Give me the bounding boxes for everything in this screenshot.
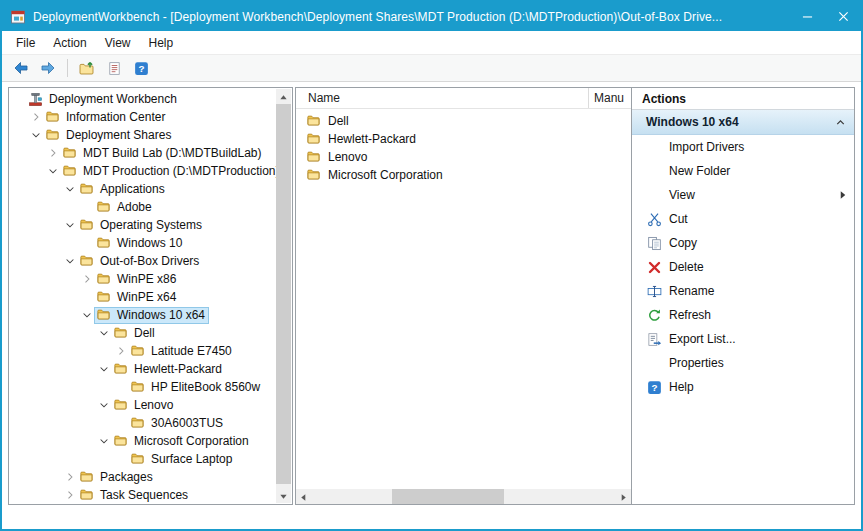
folder-icon — [96, 272, 113, 286]
action-export-list[interactable]: Export List... — [632, 327, 854, 351]
chevron-down-icon[interactable] — [96, 362, 111, 377]
menu-item-action[interactable]: Action — [44, 31, 95, 54]
action-label: Rename — [669, 284, 714, 298]
column-header-manufacturer[interactable]: Manu — [589, 88, 631, 108]
tree-item-core: Deployment Workbench — [26, 91, 181, 108]
tree-item-windows-10-x64[interactable]: Windows 10 x64 — [9, 306, 276, 324]
tree-item-surface-laptop[interactable]: Surface Laptop — [9, 450, 276, 468]
action-properties[interactable]: Properties — [632, 351, 854, 375]
action-delete[interactable]: Delete — [632, 255, 854, 279]
column-header-name[interactable]: Name — [296, 88, 589, 108]
chevron-down-icon[interactable] — [62, 182, 77, 197]
tree-item-label: Adobe — [117, 200, 152, 214]
toolbar-help-button[interactable]: ? — [129, 57, 153, 79]
action-help[interactable]: ?Help — [632, 375, 854, 399]
toolbar-export-list-button[interactable] — [102, 57, 126, 79]
action-new-folder[interactable]: New Folder — [632, 159, 854, 183]
vertical-scrollbar-thumb[interactable] — [276, 104, 291, 484]
tree-item-operating-systems[interactable]: Operating Systems — [9, 216, 276, 234]
chevron-right-icon[interactable] — [79, 272, 94, 287]
action-rename[interactable]: Rename — [632, 279, 854, 303]
chevron-down-icon[interactable] — [96, 398, 111, 413]
folder-icon — [113, 326, 130, 340]
tree-item-windows-10[interactable]: Windows 10 — [9, 234, 276, 252]
tree-item-core: 30A6003TUS — [128, 415, 227, 432]
menubar: FileActionViewHelp — [2, 31, 861, 55]
tree-item-winpe-x86[interactable]: WinPE x86 — [9, 270, 276, 288]
tree-item-applications[interactable]: Applications — [9, 180, 276, 198]
menu-item-help[interactable]: Help — [140, 31, 183, 54]
tree-vertical-scrollbar[interactable] — [276, 89, 291, 503]
tree-item-lenovo[interactable]: Lenovo — [9, 396, 276, 414]
chevron-down-icon[interactable] — [79, 308, 94, 323]
folder-icon — [79, 470, 96, 484]
chevron-down-icon[interactable] — [96, 434, 111, 449]
tree-item-packages[interactable]: Packages — [9, 468, 276, 486]
tree-item-microsoft-corporation[interactable]: Microsoft Corporation — [9, 432, 276, 450]
results-pane: Name Manu DellHewlett-PackardLenovoMicro… — [296, 88, 632, 504]
action-cut[interactable]: Cut — [632, 207, 854, 231]
actions-group-header[interactable]: Windows 10 x64 — [632, 110, 854, 135]
tree-item-label: WinPE x86 — [117, 272, 176, 286]
tree-item-deployment-workbench[interactable]: Deployment Workbench — [9, 90, 276, 108]
tree-item-hewlett-packard[interactable]: Hewlett-Packard — [9, 360, 276, 378]
tree-item-out-of-box-drivers[interactable]: Out-of-Box Drivers — [9, 252, 276, 270]
tree-item-dell[interactable]: Dell — [9, 324, 276, 342]
tree-item-mdt-production-d-mdtproduction[interactable]: MDT Production (D:\MDTProduction) — [9, 162, 276, 180]
chevron-right-icon[interactable] — [62, 488, 77, 503]
chevron-right-icon[interactable] — [28, 110, 43, 125]
tree-item-label: MDT Production (D:\MDTProduction) — [83, 164, 276, 178]
scroll-right-button[interactable] — [616, 489, 631, 504]
horizontal-scrollbar-thumb[interactable] — [392, 489, 504, 504]
list-item-dell[interactable]: Dell — [296, 112, 631, 130]
tree-item-deployment-shares[interactable]: Deployment Shares — [9, 126, 276, 144]
list-horizontal-scrollbar[interactable] — [296, 489, 631, 504]
folder-icon — [130, 380, 147, 394]
folder-icon — [62, 146, 79, 160]
chevron-down-icon[interactable] — [45, 164, 60, 179]
scroll-down-button[interactable] — [276, 488, 291, 503]
tree-item-30a6003tus[interactable]: 30A6003TUS — [9, 414, 276, 432]
tree-item-core: WinPE x64 — [94, 289, 180, 306]
close-button[interactable] — [825, 2, 861, 31]
scroll-up-button[interactable] — [276, 89, 291, 104]
tree-item-label: Lenovo — [134, 398, 173, 412]
menu-item-view[interactable]: View — [96, 31, 140, 54]
action-view[interactable]: View — [632, 183, 854, 207]
list-item-microsoft-corporation[interactable]: Microsoft Corporation — [296, 166, 631, 184]
folder-icon — [130, 452, 147, 466]
svg-text:?: ? — [651, 382, 657, 393]
tree-item-mdt-build-lab-d-mdtbuildlab[interactable]: MDT Build Lab (D:\MDTBuildLab) — [9, 144, 276, 162]
tree-item-label: 30A6003TUS — [151, 416, 223, 430]
chevron-down-icon[interactable] — [96, 326, 111, 341]
tree-item-core: MDT Build Lab (D:\MDTBuildLab) — [60, 145, 266, 162]
chevron-down-icon[interactable] — [28, 128, 43, 143]
menu-item-file[interactable]: File — [7, 31, 44, 54]
chevron-down-icon[interactable] — [62, 218, 77, 233]
scroll-left-button[interactable] — [296, 489, 311, 504]
list-item-hewlett-packard[interactable]: Hewlett-Packard — [296, 130, 631, 148]
tree-item-winpe-x64[interactable]: WinPE x64 — [9, 288, 276, 306]
titlebar[interactable]: DeploymentWorkbench - [Deployment Workbe… — [2, 2, 861, 31]
toolbar-forward-button[interactable] — [36, 57, 60, 79]
minimize-button[interactable] — [789, 2, 825, 31]
tree-item-information-center[interactable]: Information Center — [9, 108, 276, 126]
chevron-down-icon[interactable] — [62, 254, 77, 269]
tree-item-hp-elitebook-8560w[interactable]: HP EliteBook 8560w — [9, 378, 276, 396]
chevron-right-icon[interactable] — [45, 146, 60, 161]
tree-item-core: Out-of-Box Drivers — [77, 253, 203, 270]
tree-item-task-sequences[interactable]: Task Sequences — [9, 486, 276, 504]
action-import-drivers[interactable]: Import Drivers — [632, 135, 854, 159]
toolbar-up-one-level-button[interactable] — [75, 57, 99, 79]
toolbar-back-button[interactable] — [9, 57, 33, 79]
folder-icon — [96, 236, 113, 250]
chevron-right-icon[interactable] — [113, 344, 128, 359]
chevron-right-icon[interactable] — [62, 470, 77, 485]
actions-group-label: Windows 10 x64 — [646, 115, 739, 129]
tree-item-adobe[interactable]: Adobe — [9, 198, 276, 216]
action-refresh[interactable]: Refresh — [632, 303, 854, 327]
chevron-up-icon[interactable] — [834, 116, 847, 129]
tree-item-latitude-e7450[interactable]: Latitude E7450 — [9, 342, 276, 360]
list-item-lenovo[interactable]: Lenovo — [296, 148, 631, 166]
action-copy[interactable]: Copy — [632, 231, 854, 255]
